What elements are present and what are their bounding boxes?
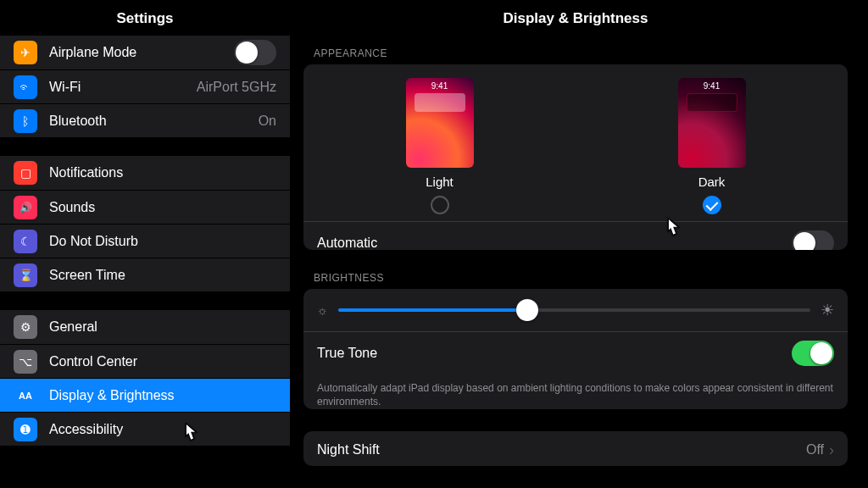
sidebar-group-general: ⚙ General ⌥ Control Center AA Display & … xyxy=(0,310,290,446)
row-label: Notifications xyxy=(49,165,276,180)
sun-large-icon: ☀ xyxy=(821,301,834,319)
night-shift-card: Night Shift Off › xyxy=(303,431,848,466)
sidebar-item-accessibility[interactable]: ➊ Accessibility xyxy=(0,412,290,446)
wifi-icon: ᯤ xyxy=(14,75,37,99)
chevron-right-icon: › xyxy=(829,441,834,459)
dark-preview-icon: 9:41 xyxy=(678,78,746,168)
sidebar-item-screen-time[interactable]: ⌛ Screen Time xyxy=(0,258,290,291)
row-label: Do Not Disturb xyxy=(49,234,276,249)
preview-label: Light xyxy=(426,175,453,189)
row-detail: On xyxy=(259,114,276,129)
gear-icon: ⚙ xyxy=(14,315,37,339)
sidebar-item-bluetooth[interactable]: ᛒ Bluetooth On xyxy=(0,103,290,137)
airplane-icon: ✈ xyxy=(14,41,37,64)
cell-label: Night Shift xyxy=(317,442,806,458)
sidebar-group-network: ✈ Airplane Mode ᯤ Wi-Fi AirPort 5GHz ᛒ B… xyxy=(0,36,290,137)
slider-thumb[interactable] xyxy=(516,299,538,321)
row-detail: AirPort 5GHz xyxy=(197,80,276,95)
dark-radio[interactable] xyxy=(703,196,721,214)
row-label: Screen Time xyxy=(49,268,276,283)
notifications-icon: ▢ xyxy=(14,161,37,185)
sidebar-item-general[interactable]: ⚙ General xyxy=(0,310,290,344)
sidebar-item-airplane-mode[interactable]: ✈ Airplane Mode xyxy=(0,36,290,69)
row-label: Control Center xyxy=(49,354,276,369)
true-tone-toggle[interactable] xyxy=(792,341,834,366)
row-label: Sounds xyxy=(49,200,276,215)
moon-icon: ☾ xyxy=(14,230,37,253)
appearance-card: 9:41 Light 9:41 Dark Automatic xyxy=(303,64,848,250)
row-label: General xyxy=(49,319,276,335)
preview-label: Dark xyxy=(698,175,726,189)
appearance-option-light[interactable]: 9:41 Light xyxy=(406,78,474,214)
automatic-toggle[interactable] xyxy=(792,230,834,250)
detail-pane: Display & Brightness APPEARANCE 9:41 Lig… xyxy=(290,0,868,488)
cell-label: Automatic xyxy=(317,236,792,250)
text-size-icon: AA xyxy=(14,384,37,408)
cell-detail: Off xyxy=(806,442,824,458)
toggles-icon: ⌥ xyxy=(14,350,37,374)
row-label: Bluetooth xyxy=(49,114,259,129)
section-header-brightness: BRIGHTNESS xyxy=(314,272,848,284)
bluetooth-icon: ᛒ xyxy=(14,109,37,133)
light-radio[interactable] xyxy=(431,196,449,214)
brightness-slider[interactable]: ☼ ☀ xyxy=(303,289,848,331)
airplane-mode-toggle[interactable] xyxy=(234,40,276,65)
light-preview-icon: 9:41 xyxy=(406,78,474,168)
sun-small-icon: ☼ xyxy=(317,303,328,317)
hourglass-icon: ⌛ xyxy=(14,263,37,287)
automatic-row[interactable]: Automatic xyxy=(303,221,848,250)
settings-sidebar: Settings ✈ Airplane Mode ᯤ Wi-Fi AirPort… xyxy=(0,0,290,488)
cell-label: True Tone xyxy=(317,346,792,361)
true-tone-row[interactable]: True Tone xyxy=(303,331,848,374)
sidebar-item-display-brightness[interactable]: AA Display & Brightness xyxy=(0,378,290,412)
row-label: Wi-Fi xyxy=(49,80,197,95)
sounds-icon: 🔊 xyxy=(14,196,37,219)
row-label: Accessibility xyxy=(49,422,276,437)
row-label: Display & Brightness xyxy=(49,388,276,403)
accessibility-icon: ➊ xyxy=(14,418,37,441)
slider-track[interactable] xyxy=(338,308,810,312)
sidebar-item-wifi[interactable]: ᯤ Wi-Fi AirPort 5GHz xyxy=(0,69,290,103)
sidebar-item-do-not-disturb[interactable]: ☾ Do Not Disturb xyxy=(0,224,290,258)
night-shift-row[interactable]: Night Shift Off › xyxy=(303,431,848,466)
row-label: Airplane Mode xyxy=(49,45,234,60)
detail-title: Display & Brightness xyxy=(303,0,848,47)
sidebar-item-notifications[interactable]: ▢ Notifications xyxy=(0,156,290,190)
appearance-option-dark[interactable]: 9:41 Dark xyxy=(678,78,746,214)
sidebar-item-sounds[interactable]: 🔊 Sounds xyxy=(0,190,290,224)
true-tone-footnote: Automatically adapt iPad display based o… xyxy=(303,374,848,409)
brightness-card: ☼ ☀ True Tone Automatically adapt iPad d… xyxy=(303,289,848,409)
sidebar-title: Settings xyxy=(0,0,290,36)
section-header-appearance: APPEARANCE xyxy=(314,47,848,59)
sidebar-group-notifications: ▢ Notifications 🔊 Sounds ☾ Do Not Distur… xyxy=(0,156,290,291)
sidebar-item-control-center[interactable]: ⌥ Control Center xyxy=(0,344,290,378)
